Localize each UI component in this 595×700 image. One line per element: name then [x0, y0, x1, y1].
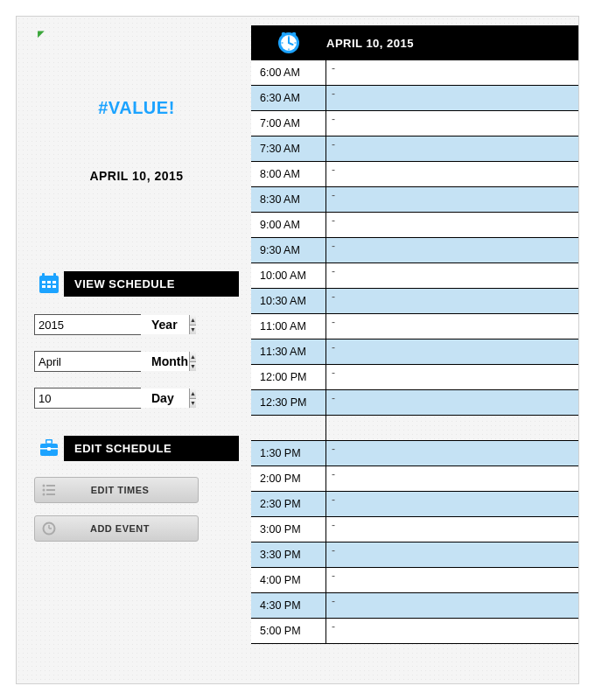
- view-schedule-label: VIEW SCHEDULE: [64, 271, 239, 297]
- time-cell: 7:30 AM: [251, 136, 326, 161]
- event-cell[interactable]: -: [326, 619, 578, 643]
- time-cell: 10:30 AM: [251, 289, 326, 313]
- schedule-row[interactable]: 10:30 AM-: [251, 289, 578, 314]
- year-spinner[interactable]: ▲ ▼: [34, 314, 141, 335]
- edit-times-button[interactable]: EDIT TIMES: [34, 477, 199, 503]
- schedule-row[interactable]: 8:00 AM-: [251, 162, 578, 187]
- schedule-row[interactable]: 1:30 PM-: [251, 441, 578, 466]
- schedule-row[interactable]: 2:00 PM-: [251, 466, 578, 492]
- time-cell: 12:00 PM: [251, 365, 326, 389]
- year-field-row: ▲ ▼ Year: [34, 314, 239, 335]
- event-cell[interactable]: -: [326, 365, 578, 389]
- month-spinner[interactable]: ▲ ▼: [34, 351, 141, 372]
- event-cell[interactable]: -: [326, 340, 578, 364]
- schedule-date-header: APRIL 10, 2015: [326, 37, 414, 50]
- svg-point-18: [43, 494, 46, 496]
- edit-schedule-header: EDIT SCHEDULE: [34, 433, 239, 463]
- time-cell: 7:00 AM: [251, 111, 326, 136]
- time-cell: 3:00 PM: [251, 517, 326, 542]
- year-up-button[interactable]: ▲: [190, 315, 196, 326]
- selected-date-label: APRIL 10, 2015: [34, 169, 239, 183]
- time-cell: 8:00 AM: [251, 162, 326, 186]
- event-cell[interactable]: -: [326, 492, 578, 516]
- cell-indicator: ◤: [38, 29, 239, 38]
- time-cell: 3:30 PM: [251, 542, 326, 567]
- event-cell[interactable]: -: [326, 60, 578, 85]
- event-cell[interactable]: -: [326, 466, 578, 491]
- event-cell[interactable]: -: [326, 568, 578, 592]
- schedule-row[interactable]: 5:00 PM-: [251, 619, 578, 644]
- svg-rect-1: [42, 273, 45, 278]
- calendar-icon: [34, 269, 64, 298]
- add-event-button[interactable]: ADD EVENT: [34, 515, 199, 542]
- view-schedule-header: VIEW SCHEDULE: [34, 269, 239, 298]
- time-cell: [251, 416, 326, 440]
- time-cell: 9:00 AM: [251, 213, 326, 237]
- svg-point-32: [292, 32, 297, 37]
- event-cell[interactable]: -: [326, 542, 578, 567]
- month-label: Month: [151, 354, 188, 368]
- day-field-row: ▲ ▼ Day: [34, 388, 239, 409]
- event-cell[interactable]: -: [326, 136, 578, 161]
- briefcase-icon: [34, 433, 64, 463]
- day-spinner[interactable]: ▲ ▼: [34, 388, 141, 409]
- clock-icon: [251, 30, 326, 56]
- event-cell[interactable]: -: [326, 86, 578, 110]
- time-cell: 2:30 PM: [251, 492, 326, 516]
- day-up-button[interactable]: ▲: [190, 388, 196, 399]
- event-cell[interactable]: -: [326, 593, 578, 618]
- value-error-label: #VALUE!: [34, 98, 239, 118]
- schedule-row[interactable]: 12:30 PM-: [251, 390, 578, 416]
- event-cell[interactable]: -: [326, 263, 578, 288]
- schedule-row[interactable]: 6:30 AM-: [251, 86, 578, 111]
- schedule-header: APRIL 10, 2015: [251, 25, 578, 60]
- schedule-table: 6:00 AM-6:30 AM-7:00 AM-7:30 AM-8:00 AM-…: [251, 60, 578, 644]
- event-cell[interactable]: -: [326, 441, 578, 466]
- event-cell[interactable]: -: [326, 213, 578, 237]
- svg-rect-19: [46, 494, 55, 495]
- event-cell[interactable]: -: [326, 314, 578, 339]
- time-cell: 1:30 PM: [251, 441, 326, 466]
- svg-rect-7: [47, 285, 51, 288]
- event-cell[interactable]: -: [326, 111, 578, 136]
- event-cell[interactable]: -: [326, 162, 578, 186]
- schedule-row[interactable]: 7:00 AM-: [251, 111, 578, 136]
- event-cell[interactable]: -: [326, 390, 578, 415]
- schedule-row[interactable]: 4:30 PM-: [251, 593, 578, 619]
- svg-rect-5: [52, 281, 56, 284]
- event-cell[interactable]: -: [326, 187, 578, 212]
- schedule-row[interactable]: 10:00 AM-: [251, 263, 578, 289]
- svg-rect-15: [46, 485, 55, 486]
- left-panel: ◤ #VALUE! APRIL 10, 2015 VIEW SCHEDULE: [17, 17, 251, 683]
- month-field-row: ▲ ▼ Month: [34, 351, 239, 372]
- month-down-button[interactable]: ▼: [190, 362, 196, 372]
- year-down-button[interactable]: ▼: [190, 326, 196, 335]
- schedule-row[interactable]: 9:30 AM-: [251, 238, 578, 263]
- schedule-row[interactable]: 2:30 PM-: [251, 492, 578, 517]
- time-cell: 4:00 PM: [251, 568, 326, 592]
- svg-point-31: [282, 32, 286, 37]
- schedule-row[interactable]: 11:30 AM-: [251, 340, 578, 365]
- schedule-row[interactable]: 7:30 AM-: [251, 136, 578, 162]
- schedule-row[interactable]: 12:00 PM-: [251, 365, 578, 390]
- schedule-row[interactable]: 4:00 PM-: [251, 568, 578, 593]
- schedule-row[interactable]: 9:00 AM-: [251, 213, 578, 238]
- schedule-row[interactable]: 3:30 PM-: [251, 542, 578, 568]
- schedule-row[interactable]: 3:00 PM-: [251, 517, 578, 542]
- schedule-row[interactable]: 11:00 AM-: [251, 314, 578, 340]
- svg-rect-13: [47, 447, 51, 451]
- day-down-button[interactable]: ▼: [190, 399, 196, 409]
- time-cell: 8:30 AM: [251, 187, 326, 212]
- event-cell[interactable]: [326, 416, 578, 440]
- schedule-row[interactable]: 8:30 AM-: [251, 187, 578, 213]
- month-up-button[interactable]: ▲: [190, 352, 196, 362]
- event-cell[interactable]: -: [326, 289, 578, 313]
- svg-rect-3: [42, 281, 46, 284]
- time-cell: 12:30 PM: [251, 390, 326, 415]
- event-cell[interactable]: -: [326, 238, 578, 262]
- time-cell: 2:00 PM: [251, 466, 326, 491]
- event-cell[interactable]: -: [326, 517, 578, 542]
- schedule-row[interactable]: [251, 416, 578, 441]
- schedule-row[interactable]: 6:00 AM-: [251, 60, 578, 86]
- time-cell: 11:30 AM: [251, 340, 326, 364]
